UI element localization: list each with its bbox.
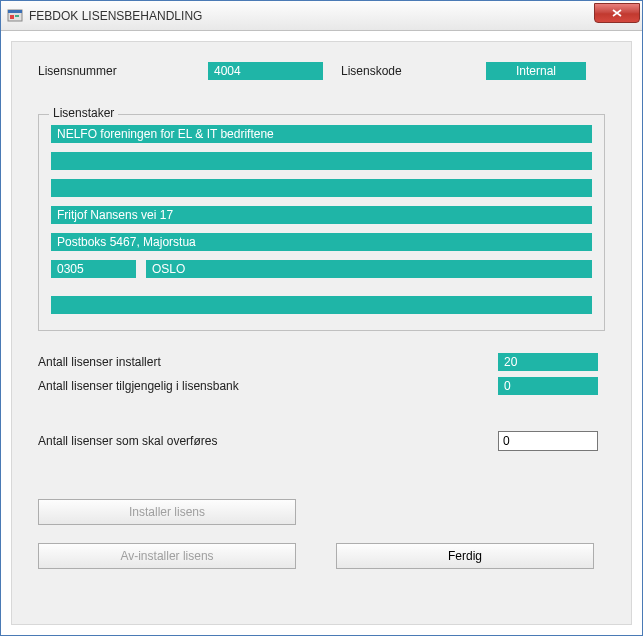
stats-section: Antall lisenser installert 20 Antall lis… <box>38 353 605 395</box>
content-area: Lisensnummer 4004 Lisenskode Internal Li… <box>1 31 642 635</box>
main-panel: Lisensnummer 4004 Lisenskode Internal Li… <box>11 41 632 625</box>
lisenskode-value: Internal <box>486 62 586 80</box>
lisenstaker-line4: Fritjof Nansens vei 17 <box>51 206 592 224</box>
installert-label: Antall lisenser installert <box>38 355 498 369</box>
tilgjengelig-label: Antall lisenser tilgjengelig i lisensban… <box>38 379 498 393</box>
buttons-section: Installer lisens Av-installer lisens Fer… <box>38 499 605 569</box>
license-header-row: Lisensnummer 4004 Lisenskode Internal <box>38 62 605 80</box>
lisensnummer-value: 4004 <box>208 62 323 80</box>
lisenskode-label: Lisenskode <box>341 64 486 78</box>
svg-rect-1 <box>8 10 22 13</box>
app-icon <box>7 8 23 24</box>
transfer-row: Antall lisenser som skal overføres <box>38 431 605 451</box>
close-button[interactable] <box>594 3 640 23</box>
installert-value: 20 <box>498 353 598 371</box>
lisenstaker-zip: 0305 <box>51 260 136 278</box>
lisenstaker-legend: Lisenstaker <box>49 106 118 120</box>
app-window: FEBDOK LISENSBEHANDLING Lisensnummer 400… <box>0 0 643 636</box>
tilgjengelig-value: 0 <box>498 377 598 395</box>
lisensnummer-label: Lisensnummer <box>38 64 208 78</box>
svg-rect-3 <box>15 15 19 17</box>
installer-button[interactable]: Installer lisens <box>38 499 296 525</box>
titlebar[interactable]: FEBDOK LISENSBEHANDLING <box>1 1 642 31</box>
svg-rect-2 <box>10 15 14 19</box>
window-title: FEBDOK LISENSBEHANDLING <box>29 9 594 23</box>
lisenstaker-line7 <box>51 296 592 314</box>
close-icon <box>612 9 622 17</box>
lisenstaker-group: Lisenstaker NELFO foreningen for EL & IT… <box>38 114 605 331</box>
transfer-input[interactable] <box>498 431 598 451</box>
transfer-label: Antall lisenser som skal overføres <box>38 434 498 448</box>
lisenstaker-line3 <box>51 179 592 197</box>
lisenstaker-line5: Postboks 5467, Majorstua <box>51 233 592 251</box>
ferdig-button[interactable]: Ferdig <box>336 543 594 569</box>
lisenstaker-line1: NELFO foreningen for EL & IT bedriftene <box>51 125 592 143</box>
avinstaller-button[interactable]: Av-installer lisens <box>38 543 296 569</box>
lisenstaker-line2 <box>51 152 592 170</box>
lisenstaker-city: OSLO <box>146 260 592 278</box>
